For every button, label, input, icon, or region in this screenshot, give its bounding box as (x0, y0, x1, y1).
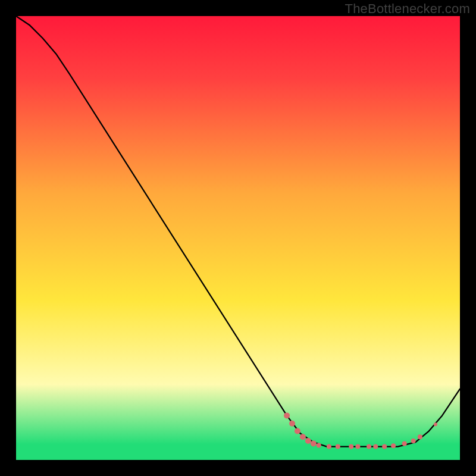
bottleneck-chart (16, 16, 460, 460)
curve-marker (434, 422, 437, 426)
curve-marker (305, 438, 311, 444)
curve-marker (295, 428, 300, 434)
curve-marker (311, 440, 317, 446)
curve-marker (317, 443, 321, 447)
watermark-text: TheBottlenecker.com (345, 1, 470, 17)
curve-marker (391, 443, 396, 448)
curve-marker (300, 434, 306, 440)
curve-marker (382, 444, 387, 449)
gradient-background (16, 16, 460, 460)
curve-marker (402, 441, 407, 446)
curve-marker (336, 444, 340, 449)
curve-marker (373, 444, 378, 449)
plot-area (16, 16, 460, 460)
curve-marker (284, 412, 290, 418)
curve-marker (355, 444, 360, 449)
curve-marker (418, 434, 422, 439)
curve-marker (289, 421, 295, 427)
curve-marker (367, 444, 371, 449)
curve-marker (349, 444, 353, 449)
curve-marker (411, 439, 416, 443)
chart-frame: TheBottlenecker.com (0, 0, 476, 476)
curve-marker (327, 444, 331, 449)
